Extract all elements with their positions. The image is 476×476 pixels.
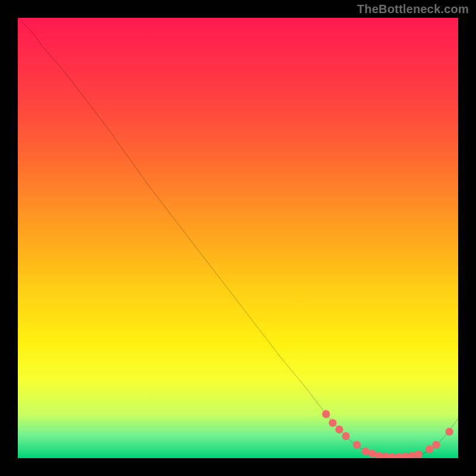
data-marker (336, 425, 343, 433)
watermark-text: TheBottleneck.com (357, 2, 469, 16)
data-marker (446, 428, 453, 436)
data-marker (432, 441, 440, 449)
data-markers (322, 410, 453, 458)
plot-area (18, 18, 458, 458)
plot-svg (18, 18, 458, 458)
data-marker (425, 446, 433, 453)
data-marker (353, 441, 361, 449)
data-marker (322, 410, 330, 418)
data-marker (328, 419, 336, 427)
chart-container: TheBottleneck.com (0, 0, 476, 476)
curve-line (18, 18, 458, 458)
data-marker (342, 432, 350, 440)
data-marker (415, 450, 422, 458)
